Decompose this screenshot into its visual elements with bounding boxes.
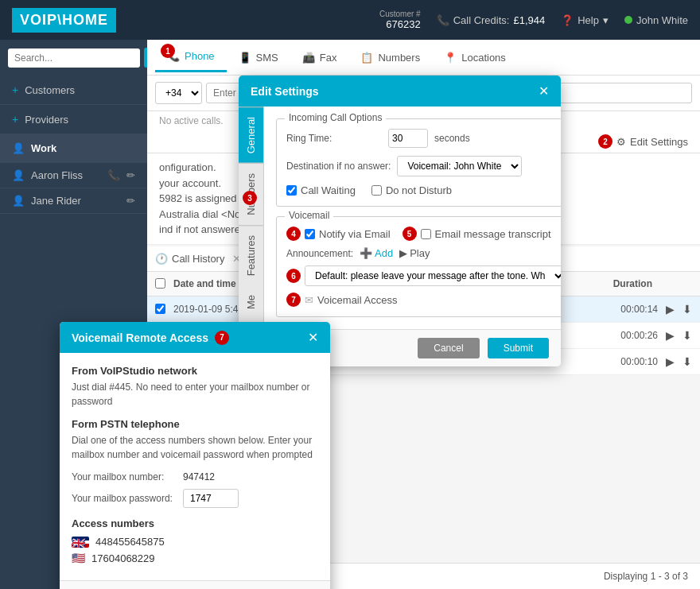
search-input[interactable] [8, 48, 140, 68]
select-all-checkbox[interactable] [155, 278, 165, 289]
tab-numbers[interactable]: 📋 Numbers [348, 44, 432, 72]
plus-icon: + [12, 83, 18, 96]
call-history-button[interactable]: 🕐 Call History [155, 253, 224, 265]
voicemail-access-row[interactable]: 7 ✉ Voicemail Access [286, 293, 561, 307]
edit-settings-button[interactable]: ⚙ Edit Settings [616, 134, 688, 149]
voicemail-badge-7: 7 [215, 331, 229, 345]
sidebar-item-label: Providers [25, 114, 68, 126]
row-checkbox[interactable] [155, 304, 165, 314]
destination-row: Destination if no answer: Voicemail: Joh… [286, 156, 561, 176]
play-button[interactable]: ▶ [666, 303, 675, 316]
sidebar-item-providers[interactable]: + Providers [0, 105, 147, 134]
us-phone-number: 17604068229 [91, 552, 155, 564]
transcript-label-text: Email message transcript [435, 228, 551, 240]
voicemail-fieldset: Voicemail 4 Notify via Email 5 [276, 216, 561, 317]
uk-phone-number: 448455645875 [95, 536, 165, 548]
download-button[interactable]: ⬇ [682, 329, 692, 342]
modal-tab-label: General [245, 117, 257, 153]
pstn-text: Dial one of the access numbers shown bel… [72, 433, 318, 462]
call-waiting-checkbox[interactable] [286, 185, 297, 196]
ring-time-label: Ring Time: [286, 133, 382, 144]
download-button[interactable]: ⬇ [682, 355, 692, 368]
modal-cancel-button[interactable]: Cancel [418, 338, 479, 358]
transcript-checkbox[interactable] [421, 229, 431, 239]
plus-icon: + [12, 113, 18, 126]
play-announcement-button[interactable]: ▶ Play [399, 247, 430, 259]
user-name-label: Jane Rider [31, 195, 81, 207]
notification-badge-2: 2 [598, 134, 612, 149]
modal-submit-button[interactable]: Submit [488, 338, 549, 358]
call-waiting-checkbox-label[interactable]: Call Waiting [286, 184, 356, 196]
row-duration: 00:00:26 [620, 330, 658, 341]
announcement-row: Announcement: ➕ Add ▶ Play [286, 247, 561, 259]
tab-sms[interactable]: 📱 SMS [227, 44, 290, 72]
mailbox-number-value: 947412 [183, 471, 215, 482]
destination-select[interactable]: Voicemail: John White [397, 156, 522, 176]
add-label: Add [375, 247, 393, 259]
play-button[interactable]: ▶ [666, 355, 675, 368]
phone-action-icon[interactable]: 📞 [107, 169, 120, 181]
customer-value: 676232 [386, 18, 420, 30]
transcript-group: 5 Email message transcript [402, 227, 551, 241]
access-number-row-uk: 🇬🇧 448455645875 [72, 536, 318, 548]
modal-header: Edit Settings ✕ [239, 76, 561, 107]
modal-tab-features[interactable]: Features [239, 225, 263, 285]
do-not-disturb-label: Do not Disturb [386, 184, 452, 196]
add-announcement-button[interactable]: ➕ Add [360, 247, 393, 259]
checkboxes-row: Call Waiting Do not Disturb [286, 184, 561, 196]
voicemail-modal-close-button[interactable]: ✕ [308, 330, 318, 345]
badge-4: 4 [286, 227, 301, 241]
country-code-select[interactable]: +34 [155, 82, 202, 104]
help-label: Help [578, 14, 599, 26]
play-button[interactable]: ▶ [666, 329, 675, 342]
help-menu[interactable]: ❓ Help ▾ [561, 14, 609, 26]
notify-email-checkbox[interactable] [305, 229, 315, 239]
sidebar-item-customers[interactable]: + Customers [0, 76, 147, 105]
do-not-disturb-checkbox-label[interactable]: Do not Disturb [371, 184, 452, 196]
tab-bar: 📞 Phone 📱 SMS 📠 Fax 📋 Numbers 📍 Location… [147, 40, 700, 76]
mailbox-password-input[interactable] [183, 489, 239, 508]
badge-7: 7 [286, 293, 301, 307]
info-text-2: your account. [159, 177, 221, 189]
voicemail-modal-body: From VoIPStudio network Just dial #445. … [60, 353, 330, 580]
envelope-icon: ✉ [305, 294, 313, 306]
ring-time-input[interactable] [388, 129, 428, 148]
transcript-label[interactable]: Email message transcript [421, 228, 551, 240]
announcement-select[interactable]: Default: please leave your message after… [305, 265, 561, 286]
modal-body: General Numbers Features Me Incoming Cal… [239, 107, 561, 329]
pstn-section: Form PSTN telephone Dial one of the acce… [72, 418, 318, 462]
user-name-label: Aaron Fliss [31, 169, 83, 181]
destination-label: Destination if no answer: [286, 161, 391, 172]
do-not-disturb-checkbox[interactable] [371, 185, 382, 196]
user-dot [624, 16, 632, 24]
user-action-icons: ✏ [126, 195, 135, 207]
user-item-aaron[interactable]: 👤 Aaron Fliss 📞 ✏ [0, 163, 147, 188]
download-button[interactable]: ⬇ [682, 303, 692, 316]
modal-tab-general[interactable]: General [239, 107, 263, 163]
badge-1-phone: 1 [161, 44, 175, 58]
call-credits-label: Call Credits: [453, 14, 510, 26]
notify-email-label[interactable]: Notify via Email [305, 228, 391, 240]
modal-content: Incoming Call Options Ring Time: seconds… [264, 107, 561, 329]
gear-icon: ⚙ [616, 136, 626, 148]
edit-action-icon[interactable]: ✏ [126, 169, 135, 181]
edit-action-icon[interactable]: ✏ [126, 195, 135, 207]
access-number-row-us: 🇺🇸 17604068229 [72, 552, 318, 564]
user-menu[interactable]: John White [624, 14, 688, 26]
voipstudio-section: From VoIPStudio network Just dial #445. … [72, 365, 318, 409]
modal-tab-me[interactable]: Me [239, 285, 263, 319]
logo: VOIP\HOME [12, 8, 116, 33]
modal-close-button[interactable]: ✕ [539, 83, 549, 99]
tab-locations[interactable]: 📍 Locations [432, 44, 518, 72]
user-item-jane[interactable]: 👤 Jane Rider ✏ [0, 188, 147, 214]
call-credits: 📞 Call Credits: £1,944 [437, 14, 546, 26]
voicemail-remote-access-modal: Voicemail Remote Access 7 ✕ From VoIPStu… [60, 322, 330, 589]
sidebar-item-work[interactable]: 👤 Work [0, 134, 147, 163]
play-icon: ▶ [399, 247, 407, 259]
tab-label: Phone [185, 50, 215, 62]
tab-fax[interactable]: 📠 Fax [290, 44, 349, 72]
call-credits-value: £1,944 [513, 14, 545, 26]
call-waiting-label: Call Waiting [301, 184, 356, 196]
user-name: John White [636, 14, 688, 26]
duration-column-header: Duration [613, 278, 652, 289]
